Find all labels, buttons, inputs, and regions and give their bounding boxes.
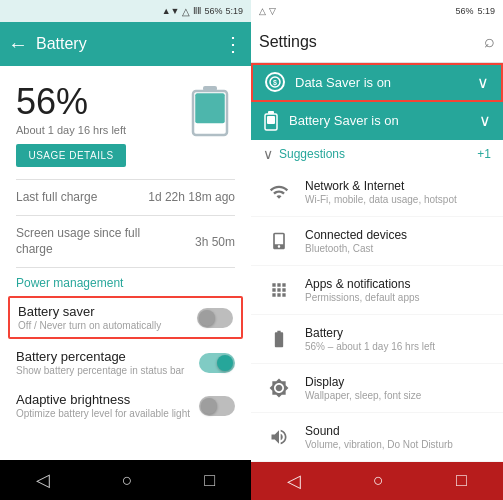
data-saver-chevron: ∨	[477, 73, 489, 92]
nav-back-button[interactable]: ◁	[36, 469, 50, 491]
left-signal-bars: ⅡⅡ	[193, 6, 201, 16]
battery-saver-toggle-knob	[199, 310, 215, 326]
search-icon[interactable]: ⌕	[484, 31, 495, 52]
display-title: Display	[305, 375, 421, 389]
screen-usage-row: Screen usage since full charge 3h 50m	[0, 216, 251, 267]
right-status-bar: △ ▽ 56% 5:19	[251, 0, 503, 21]
left-bottom-nav: ◁ ○ □	[0, 460, 251, 500]
settings-item-display[interactable]: Display Wallpaper, sleep, font size	[251, 364, 503, 413]
network-text: Network & Internet Wi-Fi, mobile, data u…	[305, 179, 457, 205]
battery-saver-chevron: ∨	[479, 111, 491, 130]
adaptive-brightness-row[interactable]: Adaptive brightness Optimize battery lev…	[0, 384, 251, 427]
left-time: 5:19	[225, 6, 243, 16]
battery-icon-container	[185, 82, 235, 138]
data-saver-label: Data Saver is on	[295, 75, 477, 90]
settings-item-network[interactable]: Network & Internet Wi-Fi, mobile, data u…	[251, 168, 503, 217]
battery-settings-text: Battery 56% – about 1 day 16 hrs left	[305, 326, 435, 352]
battery-saver-subtitle: Off / Never turn on automatically	[18, 320, 197, 331]
battery-icon	[191, 86, 229, 138]
network-subtitle: Wi-Fi, mobile, data usage, hotspot	[305, 194, 457, 205]
battery-time-left: About 1 day 16 hrs left	[16, 124, 126, 136]
battery-percentage-toggle-knob	[217, 355, 233, 371]
battery-saver-title: Battery saver	[18, 304, 197, 319]
svg-rect-6	[268, 111, 274, 114]
battery-saver-banner[interactable]: Battery Saver is on ∨	[251, 102, 503, 140]
battery-saver-banner-label: Battery Saver is on	[289, 113, 479, 128]
right-panel: △ ▽ 56% 5:19 Settings ⌕ $ Data Saver is …	[251, 0, 503, 500]
left-wifi-icon: △	[182, 6, 190, 17]
screen-usage-label: Screen usage since full charge	[16, 226, 156, 257]
power-management-header: Power management	[0, 268, 251, 294]
connected-title: Connected devices	[305, 228, 407, 242]
svg-rect-2	[195, 93, 225, 123]
adaptive-brightness-subtitle: Optimize battery level for available lig…	[16, 408, 199, 419]
last-full-charge-value: 1d 22h 18m ago	[148, 190, 235, 204]
adaptive-brightness-title: Adaptive brightness	[16, 392, 199, 407]
apps-subtitle: Permissions, default apps	[305, 292, 420, 303]
left-status-bar: ▲▼ △ ⅡⅡ 56% 5:19	[0, 0, 251, 22]
right-bottom-nav: ◁ ○ □	[251, 462, 503, 500]
adaptive-brightness-toggle[interactable]	[199, 396, 235, 416]
suggestions-row[interactable]: ∨ Suggestions +1	[251, 140, 503, 168]
network-title: Network & Internet	[305, 179, 457, 193]
network-icon	[263, 176, 295, 208]
data-saver-banner[interactable]: $ Data Saver is on ∨	[251, 63, 503, 101]
adaptive-brightness-toggle-knob	[201, 398, 217, 414]
display-icon	[263, 372, 295, 404]
display-subtitle: Wallpaper, sleep, font size	[305, 390, 421, 401]
battery-summary: 56% About 1 day 16 hrs left USAGE DETAIL…	[0, 66, 251, 179]
right-battery-status: 56%	[455, 6, 473, 16]
last-full-charge-row: Last full charge 1d 22h 18m ago	[0, 180, 251, 216]
usage-details-button[interactable]: USAGE DETAILS	[16, 144, 126, 167]
right-time: 5:19	[477, 6, 495, 16]
sound-text: Sound Volume, vibration, Do Not Disturb	[305, 424, 453, 450]
battery-settings-icon	[263, 323, 295, 355]
battery-settings-subtitle: 56% – about 1 day 16 hrs left	[305, 341, 435, 352]
left-panel: ▲▼ △ ⅡⅡ 56% 5:19 ← Battery ⋮ 56% About 1…	[0, 0, 251, 500]
left-status-icons: ▲▼ △ ⅡⅡ 56% 5:19	[162, 6, 243, 17]
battery-saver-row[interactable]: Battery saver Off / Never turn on automa…	[8, 296, 243, 339]
right-status-left: △ ▽	[259, 6, 276, 16]
adaptive-brightness-text: Adaptive brightness Optimize battery lev…	[16, 392, 199, 419]
apps-title: Apps & notifications	[305, 277, 420, 291]
nav-home-button[interactable]: ○	[122, 470, 133, 491]
left-battery-status: 56%	[204, 6, 222, 16]
right-nav-back-button[interactable]: ◁	[287, 470, 301, 492]
battery-saver-text: Battery saver Off / Never turn on automa…	[18, 304, 197, 331]
back-button[interactable]: ←	[8, 33, 28, 56]
connected-text: Connected devices Bluetooth, Cast	[305, 228, 407, 254]
battery-percentage-subtitle: Show battery percentage in status bar	[16, 365, 199, 376]
settings-item-apps[interactable]: Apps & notifications Permissions, defaul…	[251, 266, 503, 315]
settings-item-connected[interactable]: Connected devices Bluetooth, Cast	[251, 217, 503, 266]
screen-usage-value: 3h 50m	[195, 235, 235, 249]
suggestions-label: Suggestions	[279, 147, 477, 161]
last-full-charge-label: Last full charge	[16, 190, 97, 206]
data-saver-icon: $	[265, 72, 285, 92]
more-options-button[interactable]: ⋮	[223, 32, 243, 56]
battery-percentage: 56%	[16, 82, 126, 122]
sound-icon	[263, 421, 295, 453]
battery-percentage-row[interactable]: Battery percentage Show battery percenta…	[0, 341, 251, 384]
connected-icon	[263, 225, 295, 257]
sound-subtitle: Volume, vibration, Do Not Disturb	[305, 439, 453, 450]
left-signal-icon: ▲▼	[162, 6, 180, 16]
display-text: Display Wallpaper, sleep, font size	[305, 375, 421, 401]
settings-item-sound[interactable]: Sound Volume, vibration, Do Not Disturb	[251, 413, 503, 462]
connected-subtitle: Bluetooth, Cast	[305, 243, 407, 254]
suggestions-chevron-icon: ∨	[263, 146, 273, 162]
apps-text: Apps & notifications Permissions, defaul…	[305, 277, 420, 303]
battery-saver-toggle[interactable]	[197, 308, 233, 328]
nav-recents-button[interactable]: □	[204, 470, 215, 491]
right-nav-recents-button[interactable]: □	[456, 470, 467, 491]
page-title: Battery	[36, 35, 215, 53]
apps-icon	[263, 274, 295, 306]
battery-info: 56% About 1 day 16 hrs left USAGE DETAIL…	[16, 82, 126, 167]
sound-title: Sound	[305, 424, 453, 438]
right-page-title: Settings	[259, 33, 476, 51]
battery-percentage-toggle[interactable]	[199, 353, 235, 373]
settings-item-battery[interactable]: Battery 56% – about 1 day 16 hrs left	[251, 315, 503, 364]
battery-settings-title: Battery	[305, 326, 435, 340]
battery-percentage-text: Battery percentage Show battery percenta…	[16, 349, 199, 376]
suggestions-count: +1	[477, 147, 491, 161]
right-nav-home-button[interactable]: ○	[373, 470, 384, 491]
